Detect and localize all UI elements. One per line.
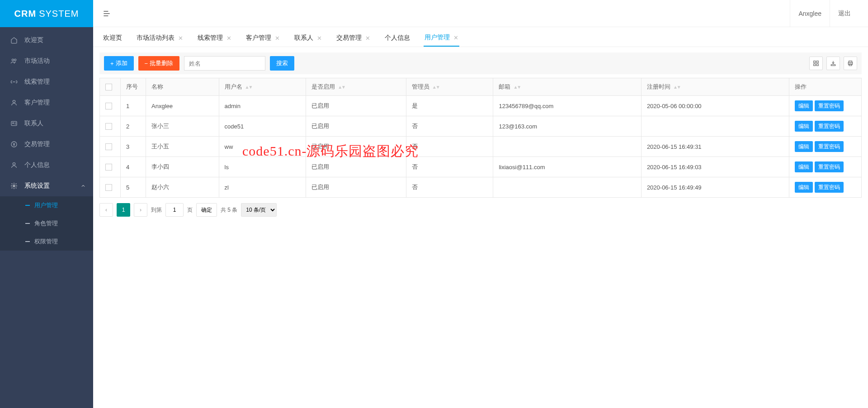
- svg-rect-11: [816, 64, 818, 66]
- sidebar-item-label: 个人信息: [24, 161, 50, 169]
- reset-password-button[interactable]: 重置密码: [815, 161, 844, 172]
- sidebar-item-leads[interactable]: 线索管理: [0, 71, 93, 92]
- close-icon[interactable]: ✕: [453, 34, 458, 41]
- close-icon[interactable]: ✕: [317, 35, 322, 42]
- pager-total: 共 5 条: [221, 206, 237, 214]
- svg-rect-8: [814, 61, 816, 63]
- minus-icon: −: [145, 60, 148, 67]
- tab-customers[interactable]: 客户管理✕: [245, 34, 281, 47]
- sidebar-item-profile[interactable]: 个人信息: [0, 155, 93, 176]
- col-ops: 操作: [789, 78, 862, 96]
- add-button[interactable]: +添加: [104, 56, 134, 71]
- edit-button[interactable]: 编辑: [795, 182, 813, 193]
- edit-button[interactable]: 编辑: [795, 141, 813, 152]
- reset-password-button[interactable]: 重置密码: [815, 121, 844, 132]
- sidebar-item-label: 系统设置: [24, 182, 50, 190]
- tabs: 欢迎页 市场活动列表✕ 线索管理✕ 客户管理✕ 联系人✕ 交易管理✕ 个人信息 …: [93, 27, 868, 47]
- cell-name: 赵小六: [146, 177, 219, 198]
- sort-icon: ▲▼: [432, 85, 439, 90]
- cell-name: 李小四: [146, 157, 219, 177]
- tab-leads[interactable]: 线索管理✕: [197, 34, 232, 47]
- table-row: 2张小三code51已启用否123@163.com编辑 重置密码: [100, 116, 862, 137]
- col-index: 序号: [121, 78, 146, 96]
- tab-contacts[interactable]: 联系人✕: [293, 34, 323, 47]
- checkbox-row[interactable]: [105, 123, 112, 130]
- reset-password-button[interactable]: 重置密码: [815, 141, 844, 152]
- pager-size-select[interactable]: 10 条/页: [241, 203, 277, 217]
- sidebar: CRMSYSTEM 欢迎页 市场活动 线索管理 客户管理 联系人: [0, 0, 93, 408]
- close-icon[interactable]: ✕: [178, 35, 183, 42]
- sidebar-item-label: 欢迎页: [24, 36, 43, 44]
- edit-button[interactable]: 编辑: [795, 121, 813, 132]
- col-email[interactable]: 邮箱▲▼: [493, 78, 641, 96]
- pager-next[interactable]: ›: [134, 203, 147, 217]
- table-row: 3王小五ww已启用否2020-06-15 16:49:31编辑 重置密码: [100, 137, 862, 157]
- cell-email: 123@163.com: [493, 116, 641, 137]
- checkbox-row[interactable]: [105, 143, 112, 150]
- sidebar-item-contacts[interactable]: 联系人: [0, 113, 93, 134]
- edit-button[interactable]: 编辑: [795, 100, 813, 111]
- edit-button[interactable]: 编辑: [795, 161, 813, 172]
- export-icon[interactable]: [826, 57, 840, 70]
- home-icon: [9, 37, 19, 44]
- tab-trade[interactable]: 交易管理✕: [335, 34, 371, 47]
- sidebar-item-trade[interactable]: 交易管理: [0, 134, 93, 155]
- sidebar-subitem-perm[interactable]: 权限管理: [0, 232, 93, 251]
- print-icon[interactable]: [844, 57, 857, 70]
- sidebar-item-label: 联系人: [24, 119, 43, 128]
- pager-page-1[interactable]: 1: [117, 203, 130, 217]
- pager-goto-input[interactable]: [165, 203, 184, 217]
- sidebar-item-settings[interactable]: 系统设置: [0, 176, 93, 196]
- col-enabled[interactable]: 是否启用▲▼: [306, 78, 406, 96]
- sidebar-item-customers[interactable]: 客户管理: [0, 92, 93, 113]
- tab-welcome[interactable]: 欢迎页: [102, 34, 123, 47]
- checkbox-row[interactable]: [105, 164, 112, 171]
- col-username[interactable]: 用户名▲▼: [219, 78, 306, 96]
- main: Anxglee 退出 欢迎页 市场活动列表✕ 线索管理✕ 客户管理✕ 联系人✕ …: [93, 0, 868, 408]
- cell-admin: 否: [406, 137, 493, 157]
- tab-user-mgmt[interactable]: 用户管理✕: [424, 33, 459, 47]
- close-icon[interactable]: ✕: [365, 35, 370, 42]
- sidebar-subitem-label: 角色管理: [34, 219, 58, 228]
- reset-password-button[interactable]: 重置密码: [815, 182, 844, 193]
- table-row: 1Anxgleeadmin已启用是123456789@qq.com2020-05…: [100, 96, 862, 116]
- pager-confirm[interactable]: 确定: [196, 203, 217, 217]
- reset-password-button[interactable]: 重置密码: [815, 100, 844, 111]
- tab-marketing[interactable]: 市场活动列表✕: [136, 34, 184, 47]
- pager-prev[interactable]: ‹: [99, 203, 113, 217]
- user-menu[interactable]: Anxglee: [790, 0, 830, 27]
- cell-regtime: 2020-06-15 16:49:49: [641, 177, 789, 198]
- columns-icon[interactable]: [809, 57, 823, 70]
- close-icon[interactable]: ✕: [226, 35, 231, 42]
- col-regtime[interactable]: 注册时间▲▼: [641, 78, 789, 96]
- sidebar-subitem-label: 用户管理: [34, 201, 58, 209]
- sidebar-item-welcome[interactable]: 欢迎页: [0, 30, 93, 51]
- col-admin[interactable]: 管理员▲▼: [406, 78, 493, 96]
- search-button[interactable]: 搜索: [270, 56, 294, 71]
- checkbox-row[interactable]: [105, 103, 112, 109]
- checkbox-row[interactable]: [105, 184, 112, 191]
- money-icon: [9, 141, 19, 148]
- cell-email: 123456789@qq.com: [493, 96, 641, 116]
- sidebar-item-marketing[interactable]: 市场活动: [0, 51, 93, 71]
- plus-icon: +: [110, 60, 114, 67]
- svg-rect-10: [814, 64, 816, 66]
- col-name[interactable]: 名称: [146, 78, 219, 96]
- sidebar-subitem-role[interactable]: 角色管理: [0, 214, 93, 232]
- sort-icon: ▲▼: [513, 85, 520, 90]
- batch-delete-button[interactable]: −批量删除: [138, 56, 180, 71]
- cell-admin: 否: [406, 177, 493, 198]
- sort-icon: ▲▼: [673, 85, 680, 90]
- menu-toggle-icon[interactable]: [102, 9, 111, 18]
- close-icon[interactable]: ✕: [275, 35, 280, 42]
- person-icon: [9, 161, 19, 169]
- cell-index: 5: [121, 177, 146, 198]
- sidebar-subitem-user[interactable]: 用户管理: [0, 196, 93, 214]
- checkbox-all[interactable]: [105, 84, 112, 90]
- tab-profile[interactable]: 个人信息: [384, 34, 411, 47]
- content: +添加 −批量删除 搜索 序号 名称 用户名▲▼: [93, 47, 868, 222]
- sidebar-item-label: 线索管理: [24, 78, 50, 86]
- logout-button[interactable]: 退出: [830, 0, 859, 27]
- cell-username: ww: [219, 137, 306, 157]
- name-input[interactable]: [184, 56, 265, 71]
